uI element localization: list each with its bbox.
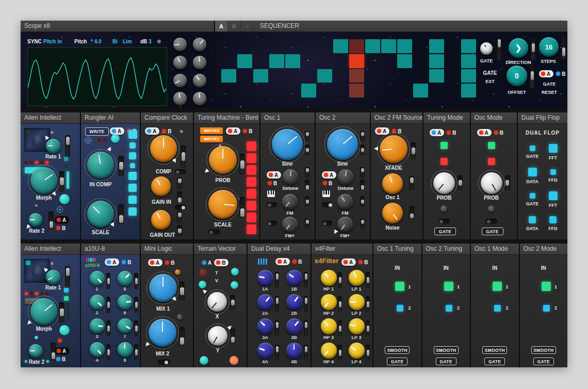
comp-toggle[interactable] xyxy=(175,169,186,174)
b-button[interactable]: B xyxy=(122,260,131,265)
fm-knob[interactable] xyxy=(337,194,353,209)
seq-cell[interactable] xyxy=(365,39,380,53)
mix2-slider[interactable] xyxy=(179,327,185,347)
db-value[interactable]: 3 xyxy=(149,39,152,44)
prob-knob[interactable] xyxy=(433,172,455,194)
delay-slider[interactable] xyxy=(275,296,279,313)
wave-slider-1[interactable] xyxy=(360,131,365,142)
filter-slider[interactable] xyxy=(338,345,342,361)
delay-slider[interactable] xyxy=(275,320,279,337)
a-button[interactable]: A xyxy=(322,171,336,179)
osc1-amt-knob[interactable] xyxy=(382,173,403,194)
fm-toggle[interactable] xyxy=(322,202,332,207)
scope-knob[interactable] xyxy=(173,56,187,69)
a-button[interactable]: A xyxy=(275,258,290,265)
scale-knob[interactable] xyxy=(208,190,237,219)
tab-b[interactable]: B xyxy=(228,21,241,31)
gate-reset-a-button[interactable]: A xyxy=(539,70,553,77)
seq-cell[interactable] xyxy=(397,39,412,53)
b-button[interactable]: B xyxy=(56,356,66,362)
comp-slider[interactable] xyxy=(181,145,186,168)
morph-knob[interactable] xyxy=(30,167,57,194)
seq-cell[interactable] xyxy=(429,54,444,68)
mode-jewel-knob[interactable] xyxy=(488,205,495,212)
seq-cell[interactable] xyxy=(333,39,348,53)
sync-value[interactable]: Pitch in xyxy=(43,39,62,44)
wave-slider-2[interactable] xyxy=(305,144,309,156)
rate2-knob[interactable] xyxy=(29,344,42,358)
fm-knob[interactable] xyxy=(282,194,298,209)
delay-knob[interactable] xyxy=(286,318,302,334)
b-button[interactable]: B xyxy=(214,259,228,266)
tab-a[interactable]: A xyxy=(215,21,228,31)
trigger-button[interactable] xyxy=(59,194,70,204)
wave-knob[interactable] xyxy=(327,129,358,160)
b-button[interactable]: B xyxy=(447,130,456,136)
gain-out-knob[interactable] xyxy=(151,210,171,230)
channel-slider[interactable] xyxy=(106,297,110,313)
smooth-button[interactable]: SMOOTH xyxy=(482,346,507,354)
a-button[interactable]: A xyxy=(110,127,124,135)
gate-button[interactable]: GATE xyxy=(533,358,554,365)
keyboard-icon[interactable] xyxy=(267,190,275,197)
direction-slider[interactable] xyxy=(531,36,535,60)
a-button[interactable]: A xyxy=(105,258,119,266)
mode-toggle[interactable] xyxy=(486,219,497,224)
seq-cell[interactable] xyxy=(349,69,364,83)
delay-knob[interactable] xyxy=(257,294,273,310)
fm-toggle[interactable] xyxy=(267,202,277,207)
delay-slider[interactable] xyxy=(304,272,308,288)
prob-slider[interactable] xyxy=(239,154,245,175)
scope-knob[interactable] xyxy=(193,74,206,87)
seq-cell[interactable] xyxy=(237,54,252,68)
steps-knob[interactable]: 16 xyxy=(539,37,559,57)
filter-knob[interactable] xyxy=(349,318,365,334)
lim-toggle[interactable]: Lim xyxy=(123,39,132,44)
filter-slider[interactable] xyxy=(338,296,342,313)
detune-slider-2[interactable] xyxy=(305,180,309,191)
x-knob[interactable] xyxy=(207,292,227,312)
xfade-knob[interactable] xyxy=(380,135,407,163)
rate2-knob[interactable] xyxy=(29,213,42,226)
prob-knob[interactable] xyxy=(209,146,237,174)
rate1-slider[interactable] xyxy=(65,266,70,288)
scope-knob[interactable] xyxy=(193,56,206,69)
gate-knob[interactable] xyxy=(480,42,493,55)
gain-out-slider-2[interactable] xyxy=(177,225,182,237)
a-button[interactable]: A xyxy=(55,347,69,354)
seq-cell[interactable] xyxy=(381,39,396,53)
b-button[interactable]: B xyxy=(358,260,368,265)
seq-cell[interactable] xyxy=(221,69,236,83)
filter-knob[interactable] xyxy=(321,318,337,334)
detune-knob[interactable] xyxy=(338,169,353,185)
b-button[interactable]: B xyxy=(494,130,503,136)
gate-button[interactable]: GATE xyxy=(436,358,456,365)
smooth-button[interactable]: SMOOTH xyxy=(434,346,459,354)
detune-knob[interactable] xyxy=(283,169,298,185)
channel-knob[interactable] xyxy=(90,318,105,333)
filter-slider[interactable] xyxy=(338,272,342,288)
y-slider[interactable] xyxy=(230,329,235,344)
seq-cell[interactable] xyxy=(397,54,412,68)
osc1-amt-slider[interactable] xyxy=(409,176,414,191)
gate-button[interactable]: GATE xyxy=(434,228,456,235)
seq-cell[interactable] xyxy=(349,84,364,98)
gate-button[interactable]: GATE xyxy=(387,358,407,365)
wave-knob[interactable] xyxy=(272,129,303,160)
a-button[interactable]: A xyxy=(477,129,492,136)
filter-knob[interactable] xyxy=(349,343,365,359)
filter-slider[interactable] xyxy=(366,320,370,337)
scope-knob[interactable] xyxy=(193,92,206,105)
channel-knob[interactable] xyxy=(118,342,133,357)
filter-slider[interactable] xyxy=(366,296,370,313)
offset-knob[interactable]: 0 xyxy=(507,66,527,86)
write-button[interactable]: WRITE xyxy=(85,127,109,136)
scope-knob[interactable] xyxy=(173,92,187,105)
channel-slider[interactable] xyxy=(134,320,138,337)
a-button[interactable]: A xyxy=(55,216,69,223)
b-button[interactable]: B xyxy=(243,128,252,134)
channel-knob[interactable] xyxy=(90,295,105,310)
seq-cell[interactable] xyxy=(269,54,284,68)
bi-toggle[interactable]: Bi xyxy=(112,39,118,44)
seq-cell[interactable] xyxy=(413,84,428,98)
